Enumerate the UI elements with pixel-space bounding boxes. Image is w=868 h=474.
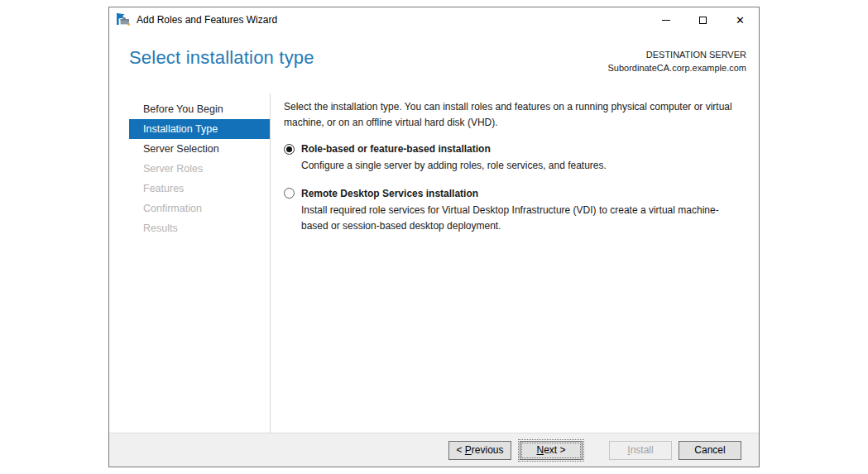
radio-role-based-icon[interactable] [284,144,295,155]
minimize-icon [662,20,670,21]
minimize-button[interactable] [647,7,684,32]
sidebar-item-confirmation: Confirmation [129,199,270,218]
wizard-window: Add Roles and Features Wizard ✕ Select i… [108,7,760,467]
wizard-body: Before You Begin Installation Type Serve… [109,93,759,433]
wizard-footer: < Previous Next > Install Cancel [109,433,759,467]
option-role-based-row[interactable]: Role-based or feature-based installation [284,143,742,155]
cancel-button[interactable]: Cancel [679,441,741,460]
next-button[interactable]: Next > [520,441,583,460]
wizard-app-icon [117,13,131,26]
sidebar-item-server-selection[interactable]: Server Selection [129,139,270,159]
option-remote-desktop-description: Install required role services for Virtu… [301,203,742,233]
option-remote-desktop-label[interactable]: Remote Desktop Services installation [301,188,478,199]
close-icon: ✕ [736,15,745,26]
destination-server-label: DESTINATION SERVER [607,49,746,62]
previous-button[interactable]: < Previous [448,441,511,460]
option-remote-desktop-row[interactable]: Remote Desktop Services installation [284,188,742,199]
wizard-steps-sidebar: Before You Begin Installation Type Serve… [109,93,271,433]
window-title: Add Roles and Features Wizard [137,14,277,26]
option-remote-desktop: Remote Desktop Services installation Ins… [284,188,742,233]
intro-text: Select the installation type. You can in… [284,99,742,131]
wizard-header: Select installation type DESTINATION SER… [109,32,759,93]
maximize-button[interactable] [684,7,722,32]
sidebar-item-before-you-begin[interactable]: Before You Begin [129,99,270,119]
option-role-based: Role-based or feature-based installation… [284,143,742,174]
wizard-content: Select the installation type. You can in… [271,93,759,433]
sidebar-item-results: Results [129,218,270,238]
option-role-based-description: Configure a single server by adding role… [301,158,742,174]
page-title: Select installation type [129,47,314,93]
option-role-based-label[interactable]: Role-based or feature-based installation [301,143,491,155]
destination-server-name: SubordinateCA.corp.example.com [607,62,746,75]
close-button[interactable]: ✕ [722,7,759,32]
sidebar-item-features: Features [129,179,270,199]
window-controls: ✕ [647,7,759,32]
install-button[interactable]: Install [609,441,672,460]
maximize-icon [699,17,707,24]
radio-remote-desktop-icon[interactable] [284,188,295,199]
sidebar-item-installation-type[interactable]: Installation Type [129,119,270,139]
titlebar: Add Roles and Features Wizard ✕ [109,7,759,32]
sidebar-item-server-roles: Server Roles [129,159,270,179]
destination-server-block: DESTINATION SERVER SubordinateCA.corp.ex… [607,49,746,93]
